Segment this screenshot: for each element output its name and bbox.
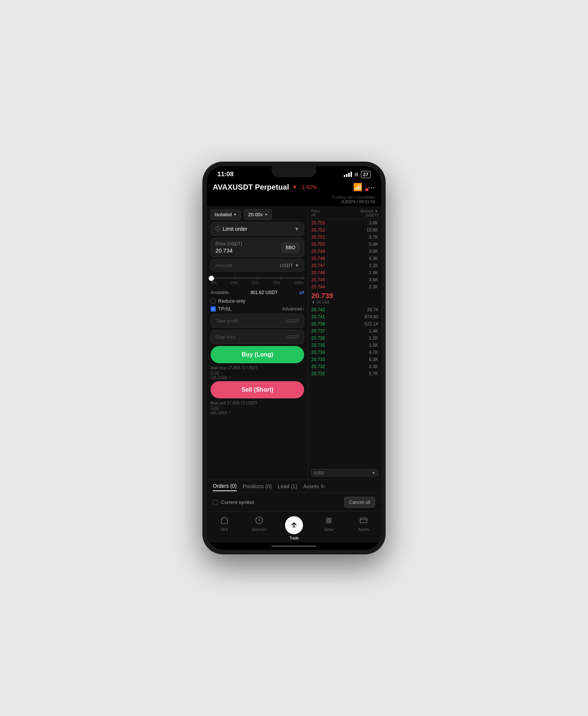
ask-price-8: 20.745 xyxy=(311,277,325,282)
grow-icon xyxy=(325,516,333,526)
tick-75 xyxy=(281,277,281,279)
slider-thumb[interactable] xyxy=(209,276,214,281)
bid-row[interactable]: 20.732 3.3K xyxy=(308,363,381,370)
home-icon xyxy=(220,516,229,526)
bid-row[interactable]: 20.735 1.5K xyxy=(308,342,381,349)
tab-orders[interactable]: Orders (0) xyxy=(213,483,237,491)
sell-short-button[interactable]: Sell (Short) xyxy=(211,381,304,398)
reduce-only-label: Reduce-only xyxy=(218,298,245,304)
orders-section: Orders (0) Positions (0) Lead (1) Assets… xyxy=(207,480,381,511)
amount-placeholder[interactable]: Amount xyxy=(215,263,232,268)
bbo-button[interactable]: BBO xyxy=(282,243,299,253)
bid-row[interactable]: 20.734 4.7K xyxy=(308,349,381,356)
buy-long-button[interactable]: Buy (Long) xyxy=(211,346,304,363)
available-row: Available 901.62 USDT ⇄ xyxy=(211,289,304,296)
advanced-label: Advanced xyxy=(282,306,302,312)
ask-row[interactable]: 20.751 3.7K xyxy=(308,233,381,241)
bid-amount-7: 6.3K xyxy=(369,357,378,362)
leverage-label: 20.00x xyxy=(248,212,263,217)
bid-row[interactable]: 20.737 1.4K xyxy=(308,327,381,334)
bid-row[interactable]: 20.741 974.83 xyxy=(308,313,381,320)
ask-row[interactable]: 20.747 1.2K xyxy=(308,262,381,269)
cost-sell-label: Cost xyxy=(211,405,219,410)
bid-row[interactable]: 20.731 5.7K xyxy=(308,370,381,377)
nav-discover-label: Discover xyxy=(252,527,266,532)
order-type-label: Limit order xyxy=(223,226,247,232)
tick-100 xyxy=(303,277,304,279)
asks-list: 20.753 3.8K 20.752 10.8K 20.751 3.7K 20.… xyxy=(308,219,381,290)
ask-row[interactable]: 20.749 3.0K xyxy=(308,248,381,255)
order-type-row[interactable]: ⓘ Limit order ▼ xyxy=(211,222,304,236)
lot-size-dropdown[interactable]: 0.001 ▼ xyxy=(311,469,378,477)
leverage-dropdown-arrow: ▼ xyxy=(264,212,268,217)
slider-label-25: 25% xyxy=(230,281,238,285)
pair-change: -1.62% xyxy=(300,184,317,190)
ask-row[interactable]: 20.746 1.4K xyxy=(308,269,381,276)
transfer-icon[interactable]: ⇄ xyxy=(299,289,304,296)
advanced-arrow-icon: › xyxy=(303,306,304,312)
max-sell-label: Max sell xyxy=(211,401,227,405)
ask-amount-1: 10.8K xyxy=(367,227,378,233)
percentage-slider[interactable]: 0% 25% 50% 75% 100% xyxy=(211,274,304,287)
nav-assets[interactable]: Assets xyxy=(346,515,381,542)
bid-price-5: 20.735 xyxy=(311,343,325,348)
battery-icon: 27 xyxy=(361,171,371,178)
ask-row[interactable]: 20.753 3.8K xyxy=(308,219,381,226)
dropdown-arrow-icon[interactable]: ▼ xyxy=(292,184,297,190)
bid-amount-1: 974.83 xyxy=(364,314,378,319)
slider-label-75: 75% xyxy=(273,281,280,285)
ask-row[interactable]: 20.745 3.6K xyxy=(308,276,381,283)
cancel-all-button[interactable]: Cancel all xyxy=(344,497,375,508)
bid-row[interactable]: 20.736 1.2K xyxy=(308,334,381,342)
advanced-link[interactable]: Advanced › xyxy=(282,306,304,312)
bid-row[interactable]: 20.738 622.14 xyxy=(308,320,381,327)
bid-price-4: 20.736 xyxy=(311,336,325,341)
bid-price-3: 20.737 xyxy=(311,328,325,334)
more-icon[interactable]: ⋯ xyxy=(368,183,375,192)
status-icons: ⊜ 27 xyxy=(344,171,371,178)
stop-loss-placeholder: Stop loss xyxy=(215,334,235,340)
take-profit-input[interactable]: Take profit USDT xyxy=(211,314,304,328)
ask-row[interactable]: 20.750 5.9K xyxy=(308,241,381,248)
pair-title[interactable]: AVAXUSDT Perpetual xyxy=(213,183,289,192)
stop-loss-input[interactable]: Stop loss USDT xyxy=(211,330,304,344)
liq-price-sell-label: Liq. price xyxy=(211,410,227,414)
order-type-arrow: ▼ xyxy=(294,226,299,232)
tab-positions[interactable]: Positions (0) xyxy=(243,483,272,491)
current-symbol-checkbox[interactable] xyxy=(213,500,218,505)
nav-grow[interactable]: Grow xyxy=(312,515,346,542)
ask-row[interactable]: 20.744 2.3K xyxy=(308,283,381,290)
nav-okx[interactable]: OKX xyxy=(207,515,242,542)
leverage-dropdown[interactable]: 20.00x ▼ xyxy=(244,209,272,220)
bid-row[interactable]: 20.733 6.3K xyxy=(308,356,381,363)
bid-row[interactable]: 20.742 20.74 xyxy=(308,306,381,313)
price-value[interactable]: 20.734 xyxy=(215,247,242,254)
amount-dropdown-icon[interactable]: ▼ xyxy=(294,263,299,268)
bid-price-9: 20.731 xyxy=(311,371,325,376)
svg-point-5 xyxy=(327,521,329,523)
ask-row[interactable]: 20.752 10.8K xyxy=(308,226,381,233)
tpsl-label: TP/SL xyxy=(218,306,232,312)
assets-refresh-icon[interactable]: ↻ xyxy=(321,483,325,489)
cost-sell-value: -- xyxy=(220,405,223,410)
tab-lead[interactable]: Lead (1) xyxy=(278,483,297,491)
ob-header: Price (¥) Amount ▼ (USDT) xyxy=(308,208,381,219)
orders-content: Current symbol Cancel all xyxy=(207,493,381,511)
nav-trade[interactable]: Trade xyxy=(276,515,311,542)
reduce-only-checkbox[interactable] xyxy=(211,299,216,304)
ask-amount-4: 3.0K xyxy=(369,249,378,254)
take-profit-placeholder: Take profit xyxy=(215,318,238,324)
nav-assets-label: Assets xyxy=(358,527,369,532)
nav-discover[interactable]: Discover xyxy=(242,515,276,542)
tab-assets[interactable]: Assets ↻ xyxy=(303,483,325,491)
available-label: Available xyxy=(211,290,229,295)
chart-icon[interactable]: 📶 xyxy=(353,183,362,192)
bid-price-6: 20.734 xyxy=(311,350,325,355)
margin-mode-dropdown[interactable]: Isolated ▼ xyxy=(211,209,241,220)
funding-value: -0.002% / 04:51:04 xyxy=(332,199,375,204)
bid-amount-3: 1.4K xyxy=(369,328,378,334)
funding-rate-area: Funding rate / Countdown -0.002% / 04:51… xyxy=(207,195,381,206)
trade-center-icon[interactable] xyxy=(285,516,303,534)
tpsl-checkbox[interactable]: ✓ xyxy=(211,306,216,312)
ask-row[interactable]: 20.748 4.3K xyxy=(308,255,381,262)
